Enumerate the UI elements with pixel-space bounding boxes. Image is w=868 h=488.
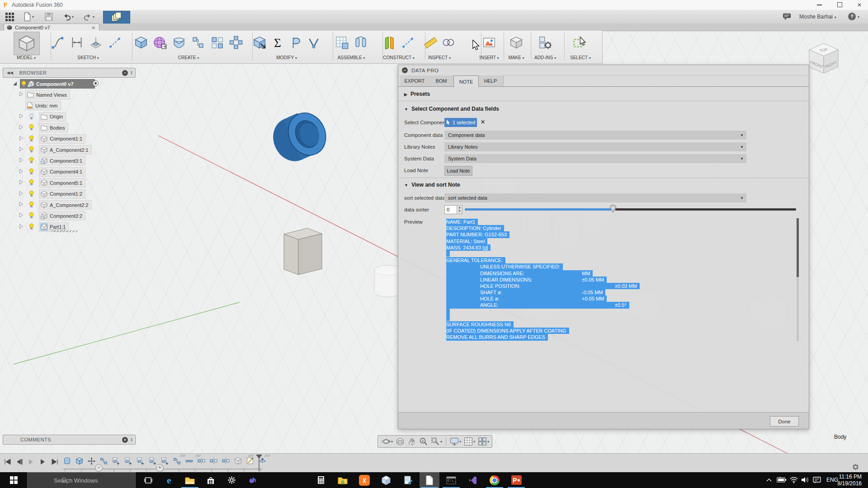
create-box-icon[interactable] [132,33,150,52]
tree-row[interactable]: Component5:1 [0,178,136,187]
select-component-section-header[interactable]: ▼Select Component and Data fields [404,106,499,112]
selected-count-button[interactable]: 1 selected [444,118,477,127]
go-to-end-icon[interactable] [51,458,58,465]
timeline-feature-whitebox-icon[interactable] [234,457,242,465]
timeline-playhead[interactable] [255,454,263,472]
visibility-bulb-icon[interactable] [29,168,34,175]
root-component-item[interactable]: Component0 v7 [20,79,95,89]
taskbar-notepad-icon[interactable] [398,472,418,488]
taskbar-cube-app-icon[interactable] [376,472,396,488]
timeline-feature-cube-icon[interactable] [75,457,83,465]
ribbon-menu-modify[interactable]: MODIFY ▾ [276,55,297,60]
tree-item-a-component2-2[interactable]: A_Component2:2 [39,200,92,210]
browser-minus-icon[interactable]: − [122,70,128,76]
timeline-feature-joint-icon[interactable] [173,457,181,465]
tree-row[interactable]: Component3:2 [0,211,136,220]
timeline-feature-sketch-icon[interactable] [246,457,254,465]
expand-arrow-icon[interactable] [19,212,23,218]
tab-bom[interactable]: BOM [429,75,454,86]
visibility-bulb-icon[interactable] [29,135,34,142]
tree-item-component1-1[interactable]: Component1:1 [39,134,85,144]
modify-combine-icon[interactable] [305,33,323,52]
expand-arrow-icon[interactable] [19,146,23,152]
tree-row[interactable]: Component3:1 [0,156,136,164]
battery-icon[interactable] [777,477,787,483]
taskbar-edge-icon[interactable]: e [159,472,179,488]
create-pipe-icon[interactable] [189,33,207,52]
expand-arrow-icon[interactable] [19,224,23,229]
tree-row[interactable]: Part1:1 [0,222,136,231]
save-icon[interactable] [44,11,53,23]
expand-arrow-icon[interactable] [19,124,23,130]
play-disabled-icon[interactable] [27,458,35,465]
tree-item-origin[interactable]: Origin [39,112,66,122]
tree-item-component5-1[interactable]: Component5:1 [39,178,85,188]
make-3d-print-icon[interactable] [507,33,525,52]
sketch-construction-line-icon[interactable] [106,33,124,52]
help-icon[interactable]: ? [848,13,856,20]
tree-item-named-views[interactable]: Named Views [25,90,70,99]
browser-header[interactable]: ◀◀ BROWSER − ‖ [3,68,136,78]
step-back-icon[interactable] [15,458,23,465]
wifi-icon[interactable] [789,476,798,483]
close-button[interactable]: ✕ [852,0,867,9]
visibility-bulb-icon[interactable] [29,179,34,186]
visibility-bulb-icon[interactable] [29,113,34,120]
expand-arrow-icon[interactable] [19,179,23,185]
taskbar-drive-folder-icon[interactable] [333,472,353,488]
assemble-new-component-icon[interactable] [333,33,351,52]
data-pro-header[interactable]: − DATA PRO [398,65,809,76]
field-dropdown-component-data[interactable]: Component data▼ [444,131,746,140]
slider-track-empty[interactable] [615,208,796,211]
inspect-measure-icon[interactable] [421,33,439,52]
field-dropdown-system-data[interactable]: System Data▼ [444,154,746,163]
ribbon-menu-insert[interactable]: INSERT ▾ [479,55,499,60]
timeline-feature-mirror-icon[interactable] [198,457,205,465]
activate-component-radio[interactable] [92,80,99,87]
create-form-icon[interactable] [151,33,169,52]
tree-row[interactable]: Origin [0,112,136,121]
app-grid-icon[interactable] [5,11,14,23]
feedback-bubble-icon[interactable] [783,13,792,21]
assemble-joint-icon[interactable] [352,33,370,52]
visibility-bulb-icon[interactable] [29,157,34,164]
visibility-bulb-icon[interactable] [29,124,34,131]
tab-help[interactable]: HELP [478,75,504,86]
panel-minus-icon[interactable]: − [402,67,408,73]
presets-section-header[interactable]: ▶Presets [404,91,430,97]
tab-note[interactable]: NOTE [453,75,479,87]
ribbon-menu-select[interactable]: SELECT ▾ [570,55,591,60]
expand-arrow-icon[interactable] [19,202,23,207]
timeline-feature-pattern-icon[interactable] [185,457,193,465]
collapse-browser-icon[interactable]: ◀◀ [7,70,13,75]
view-sort-section-header[interactable]: ▼View and sort Note [404,182,460,188]
expand-arrow-icon[interactable] [19,169,23,174]
ribbon-menu-sketch[interactable]: SKETCH ▾ [77,55,99,60]
zoom-icon[interactable]: ± [419,437,428,446]
orbit-icon[interactable]: ▾ [382,437,393,446]
action-center-icon[interactable] [813,477,821,483]
field-dropdown-library-notes[interactable]: Library Notes▼ [444,142,746,151]
timeline-feature-move-icon[interactable] [88,457,95,465]
data-panel-toggle-icon[interactable] [103,11,130,23]
taskbar-document-icon[interactable] [420,472,439,488]
expand-arrow-icon[interactable] [19,191,23,196]
tree-item-component1-2[interactable]: Component1:2 [39,189,85,199]
expand-arrow-icon[interactable] [19,91,23,97]
preview-scrollbar-track[interactable] [797,218,799,341]
tree-row[interactable]: Component1:2 [0,189,136,198]
ribbon-menu-assemble[interactable]: ASSEMBLE ▾ [338,55,365,60]
tree-row[interactable]: Component4:1 [0,167,136,176]
blue-cylinder-solid[interactable] [266,106,332,168]
timeline-feature-compplus-icon[interactable] [124,457,132,465]
modify-parameters-icon[interactable]: Σ [269,33,287,52]
sort-selected-data-dropdown[interactable]: sort selected data▼ [444,193,746,202]
ribbon-menu-inspect[interactable]: INSPECT ▾ [428,55,451,60]
create-thicken-icon[interactable] [227,33,245,52]
browser-grip-handle[interactable]: ‖ [131,70,132,75]
search-input[interactable]: Search Windows [27,472,136,488]
timeline-feature-mirror-icon[interactable] [222,457,230,465]
construct-axis-icon[interactable] [399,33,417,52]
ribbon-menu-add-ins[interactable]: ADD-INS ▾ [534,55,556,60]
construct-plane-icon[interactable] [381,33,399,52]
